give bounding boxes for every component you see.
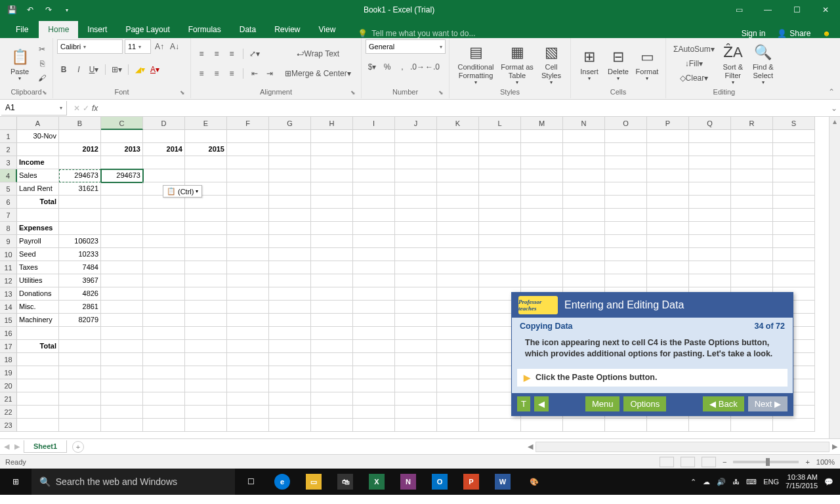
cell-G22[interactable] (269, 406, 311, 419)
copy-icon[interactable]: ⎘ (35, 57, 49, 70)
cell-F11[interactable] (227, 261, 269, 274)
cell-Q3[interactable] (689, 156, 731, 169)
cell-Q2[interactable] (689, 143, 731, 156)
cell-C21[interactable] (101, 392, 143, 406)
cell-A8[interactable]: Expenses (17, 222, 59, 235)
cell-D14[interactable] (143, 301, 185, 314)
cell-E7[interactable] (185, 209, 227, 222)
cell-B10[interactable]: 10233 (59, 248, 101, 261)
redo-icon[interactable]: ↷ (42, 3, 55, 16)
font-name-combo[interactable]: Calibri▾ (57, 39, 123, 54)
row-header-1[interactable]: 1 (0, 130, 17, 143)
cell-H22[interactable] (311, 406, 353, 419)
cell-B22[interactable] (59, 406, 101, 419)
cell-F1[interactable] (227, 130, 269, 143)
cell-N3[interactable] (563, 156, 605, 169)
cell-G20[interactable] (269, 379, 311, 392)
cell-C8[interactable] (101, 222, 143, 235)
cell-A19[interactable] (17, 366, 59, 379)
cell-K19[interactable] (437, 366, 479, 379)
cell-G14[interactable] (269, 301, 311, 314)
cell-H4[interactable] (311, 169, 353, 182)
cell-J8[interactable] (395, 222, 437, 235)
cell-A13[interactable]: Donations (17, 287, 59, 301)
cell-C20[interactable] (101, 379, 143, 392)
cell-I3[interactable] (353, 156, 395, 169)
cell-H13[interactable] (311, 287, 353, 301)
cell-C16[interactable] (101, 327, 143, 340)
cell-E3[interactable] (185, 156, 227, 169)
cell-C5[interactable] (101, 182, 143, 196)
taskbar-excel[interactable]: X (361, 469, 392, 495)
cell-L1[interactable] (479, 130, 521, 143)
taskbar-edge[interactable]: e (266, 469, 298, 495)
cell-R8[interactable] (731, 222, 773, 235)
cell-D21[interactable] (143, 392, 185, 406)
cell-G17[interactable] (269, 340, 311, 353)
zoom-in-button[interactable]: + (805, 458, 809, 466)
delete-cells-button[interactable]: ⊟Delete▾ (604, 42, 633, 85)
row-header-3[interactable]: 3 (0, 156, 17, 169)
cell-D22[interactable] (143, 406, 185, 419)
cell-B16[interactable] (59, 327, 101, 340)
number-launcher-icon[interactable]: ⬊ (438, 89, 444, 96)
cell-I11[interactable] (353, 261, 395, 274)
cell-G12[interactable] (269, 274, 311, 287)
cell-I14[interactable] (353, 301, 395, 314)
cell-D16[interactable] (143, 327, 185, 340)
cell-D3[interactable] (143, 156, 185, 169)
align-left-icon[interactable]: ≡ (195, 67, 208, 80)
cell-C4[interactable]: 294673 (101, 169, 143, 182)
col-header-H[interactable]: H (311, 117, 353, 130)
name-box[interactable]: A1▾ (1, 101, 67, 116)
cell-E6[interactable] (185, 196, 227, 209)
cell-F2[interactable] (227, 143, 269, 156)
taskbar-store[interactable]: 🛍 (329, 469, 361, 495)
align-right-icon[interactable]: ≡ (225, 67, 238, 80)
cell-D10[interactable] (143, 248, 185, 261)
cell-K17[interactable] (437, 340, 479, 353)
cell-O2[interactable] (605, 143, 647, 156)
row-header-20[interactable]: 20 (0, 379, 17, 392)
cell-O12[interactable] (605, 274, 647, 287)
autosum-button[interactable]: Σ AutoSum ▾ (670, 43, 718, 56)
cell-I12[interactable] (353, 274, 395, 287)
start-button[interactable]: ⊞ (0, 469, 32, 495)
cell-J2[interactable] (395, 143, 437, 156)
cell-A7[interactable] (17, 209, 59, 222)
wrap-text-button[interactable]: ⮐ Wrap Text (282, 47, 354, 60)
font-size-combo[interactable]: 11▾ (125, 39, 151, 54)
col-header-L[interactable]: L (479, 117, 521, 130)
cell-B2[interactable]: 2012 (59, 143, 101, 156)
maximize-icon[interactable]: ☐ (782, 0, 811, 20)
cell-J15[interactable] (395, 314, 437, 327)
cell-R3[interactable] (731, 156, 773, 169)
cell-E22[interactable] (185, 406, 227, 419)
cell-B6[interactable] (59, 196, 101, 209)
col-header-F[interactable]: F (227, 117, 269, 130)
cell-K11[interactable] (437, 261, 479, 274)
cell-J13[interactable] (395, 287, 437, 301)
cell-C1[interactable] (101, 130, 143, 143)
cell-S11[interactable] (773, 261, 815, 274)
format-painter-icon[interactable]: 🖌 (35, 72, 49, 85)
cell-H12[interactable] (311, 274, 353, 287)
cell-O1[interactable] (605, 130, 647, 143)
view-normal-icon[interactable] (660, 457, 674, 467)
cell-B3[interactable] (59, 156, 101, 169)
cell-A23[interactable] (17, 419, 59, 432)
cell-L10[interactable] (479, 248, 521, 261)
cell-P5[interactable] (647, 182, 689, 196)
cell-P6[interactable] (647, 196, 689, 209)
cell-C6[interactable] (101, 196, 143, 209)
cell-P9[interactable] (647, 235, 689, 248)
cell-M11[interactable] (521, 261, 563, 274)
col-header-G[interactable]: G (269, 117, 311, 130)
cell-B15[interactable]: 82079 (59, 314, 101, 327)
cell-D7[interactable] (143, 209, 185, 222)
formula-input[interactable] (103, 101, 828, 116)
cell-I15[interactable] (353, 314, 395, 327)
cell-R1[interactable] (731, 130, 773, 143)
cell-F14[interactable] (227, 301, 269, 314)
cell-B9[interactable]: 106023 (59, 235, 101, 248)
